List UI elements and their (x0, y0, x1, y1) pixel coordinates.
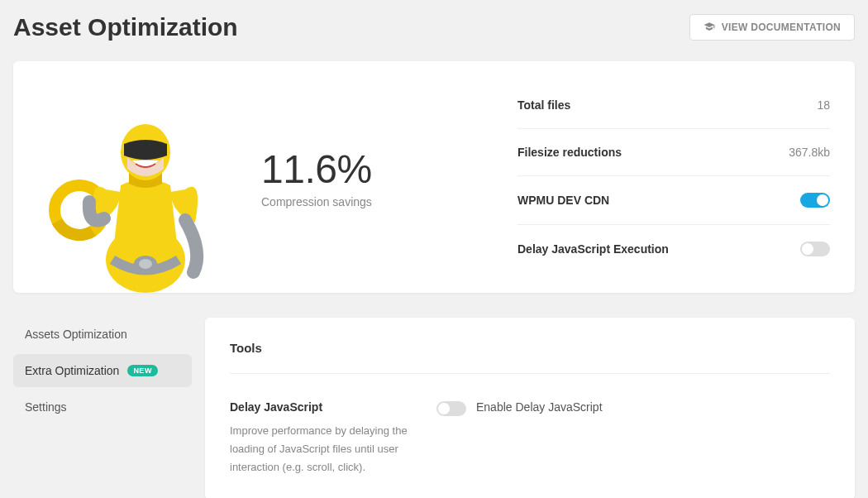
stat-cdn: WPMU DEV CDN (517, 176, 830, 225)
delay-js-toggle[interactable] (800, 242, 830, 256)
toggle-label: Enable Delay JavaScript (476, 400, 603, 414)
svg-point-4 (139, 259, 152, 269)
view-documentation-button[interactable]: VIEW DOCUMENTATION (689, 14, 855, 41)
hero-illustration (13, 61, 228, 293)
stats-list: Total files 18 Filesize reductions 367.8… (509, 61, 855, 293)
summary-card: 11.6% Compression savings Total files 18… (13, 61, 855, 293)
stat-value: 367.8kb (789, 146, 830, 159)
sidebar-item-label: Extra Optimization (25, 364, 119, 377)
cdn-toggle[interactable] (800, 193, 830, 208)
tool-delay-javascript: Delay JavaScript Improve performance by … (230, 379, 830, 476)
sidebar-item-label: Settings (25, 400, 67, 414)
stat-label: Delay JavaScript Execution (517, 242, 669, 256)
enable-delay-js-toggle[interactable] (436, 401, 466, 416)
page-title: Asset Optimization (13, 13, 238, 41)
stat-label: WPMU DEV CDN (517, 194, 609, 207)
academic-cap-icon (703, 22, 715, 33)
stat-total-files: Total files 18 (517, 82, 830, 129)
savings-block: 11.6% Compression savings (228, 61, 509, 293)
stat-filesize: Filesize reductions 367.8kb (517, 129, 830, 176)
savings-percent: 11.6% (261, 146, 509, 192)
tool-name: Delay JavaScript (230, 400, 412, 414)
stat-label: Total files (517, 98, 570, 112)
sidebar-item-assets-optimization[interactable]: Assets Optimization (13, 318, 192, 351)
tool-description: Improve performance by delaying the load… (230, 422, 412, 476)
content-card: Tools Delay JavaScript Improve performan… (205, 318, 855, 498)
sidebar-item-extra-optimization[interactable]: Extra Optimization NEW (13, 354, 192, 387)
sidebar-item-label: Assets Optimization (25, 328, 127, 341)
stat-label: Filesize reductions (517, 146, 622, 159)
stat-value: 18 (817, 98, 830, 112)
new-badge: NEW (127, 365, 158, 376)
sidebar-item-settings[interactable]: Settings (13, 390, 192, 424)
content-title: Tools (230, 341, 830, 374)
stat-delay-js: Delay JavaScript Execution (517, 225, 830, 273)
sidebar: Assets Optimization Extra Optimization N… (13, 318, 205, 498)
doc-button-label: VIEW DOCUMENTATION (722, 22, 841, 33)
savings-label: Compression savings (261, 195, 509, 208)
